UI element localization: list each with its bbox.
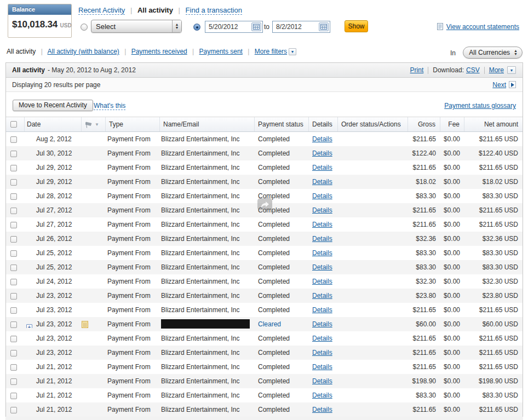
table-row: + Jul 21, 2012 Payment From Blizzard Ent… [6,402,523,417]
row-details-link[interactable]: Details [312,320,332,328]
row-checkbox[interactable] [10,407,17,413]
payment-status-glossary-link[interactable]: Payment status glossary [444,102,516,110]
row-details-link[interactable]: Details [312,263,332,271]
row-checkbox-cell [6,221,25,228]
row-fee: $0.00 [440,392,464,399]
row-gross: $211.65 [408,306,440,314]
filter-radio-daterange[interactable] [193,24,200,31]
next-page-icon[interactable] [509,81,516,88]
row-date-cell: + Jul 28, 2012 [25,192,82,200]
header-order-status: Order status/Actions [338,117,408,131]
filter-radio-preset[interactable] [81,24,88,31]
row-checkbox[interactable] [10,165,17,171]
row-net-amount: $211.65 USD [464,349,523,356]
currency-select[interactable]: All Currencies ▲▼ [463,47,523,59]
download-csv-link[interactable]: CSV [466,66,480,74]
row-checkbox[interactable] [10,136,17,143]
row-checkbox[interactable] [10,336,17,342]
row-details-link[interactable]: Details [312,292,332,300]
row-checkbox[interactable] [10,236,17,243]
header-date: Date [25,117,82,131]
row-details-link[interactable]: Details [312,249,332,257]
more-link[interactable]: More [489,66,504,74]
header-name-email: Name/Email [160,117,255,131]
row-checkbox[interactable] [10,307,17,314]
table-row: + Jul 24, 2012 Payment From Blizzard Ent… [6,274,523,289]
view-statements-link[interactable]: View account statements [446,23,519,31]
row-checkbox[interactable] [10,193,17,200]
row-checkbox[interactable] [10,279,17,285]
row-details-link[interactable]: Details [312,349,332,356]
divider [428,67,428,74]
row-details-link[interactable]: Details [312,363,332,371]
row-type: Payment From [106,406,160,413]
row-details-link[interactable]: Details [312,178,332,186]
row-checkbox-cell [6,164,25,171]
more-filters-caret-icon[interactable]: ▼ [289,48,296,55]
row-date: Jul 23, 2012 [36,335,72,342]
row-payment-status: Cleared [258,320,281,328]
tab-all-activity: All activity [137,6,173,14]
row-date-cell: + Jul 21, 2012 [25,406,82,413]
row-type: Payment From [106,278,160,285]
row-type: Payment From [106,335,160,342]
expand-icon[interactable]: + [26,324,32,328]
more-caret-icon[interactable]: ▼ [507,66,516,74]
row-gross: $18.02 [408,178,440,186]
row-status-cell: Completed [255,235,309,243]
row-checkbox[interactable] [10,151,17,157]
row-net-amount: $32.36 USD [464,235,523,243]
subnav-payments-received[interactable]: Payments received [131,48,187,55]
row-name-cell: Blizzard Entertainment, Inc [160,406,255,413]
row-checkbox[interactable] [10,208,17,214]
divider [484,67,485,74]
row-details-link[interactable]: Details [312,306,332,314]
calendar-icon[interactable] [251,22,261,31]
calendar-icon[interactable] [319,22,329,31]
row-checkbox[interactable] [10,321,17,328]
row-payment-status: Completed [258,249,290,257]
row-details-link[interactable]: Details [312,392,332,399]
subnav-payments-sent[interactable]: Payments sent [199,48,243,55]
row-checkbox[interactable] [10,264,17,271]
row-payment-status: Completed [258,363,290,371]
row-checkbox[interactable] [10,293,17,300]
row-details-link[interactable]: Details [312,164,332,171]
tab-recent-activity[interactable]: Recent Activity [78,6,125,15]
subnav-all-activity-with-balance[interactable]: All activity (with balance) [47,48,119,55]
row-details-link[interactable]: Details [312,377,332,385]
row-details-link[interactable]: Details [312,278,332,285]
row-checkbox[interactable] [10,364,17,371]
whats-this-link[interactable]: What's this [94,102,125,110]
print-link[interactable]: Print [410,66,424,74]
table-row: + Jul 23, 2012 Payment From Cleared Deta… [6,317,523,331]
row-details-link[interactable]: Details [312,406,332,413]
row-payment-status: Completed [258,335,290,342]
row-status-cell: Completed [255,335,309,342]
row-type: Payment From [106,149,160,157]
row-details-link[interactable]: Details [312,235,332,243]
select-all-checkbox[interactable] [10,121,17,128]
row-name: Blizzard Entertainment, Inc [161,249,239,257]
row-details-link[interactable]: Details [312,335,332,342]
preset-range-select[interactable]: Select ▲▼ [91,20,182,33]
row-checkbox[interactable] [10,250,17,257]
row-details-link[interactable]: Details [312,149,332,157]
show-button[interactable]: Show [345,20,368,32]
row-gross: $211.65 [408,135,440,143]
row-details-link[interactable]: Details [312,206,332,214]
row-checkbox[interactable] [10,179,17,186]
header-flag-cell[interactable]: ▼ [82,117,106,131]
row-details-link[interactable]: Details [312,135,332,143]
row-checkbox[interactable] [10,222,17,228]
subnav-more-filters[interactable]: More filters [255,48,287,55]
tab-find-transaction[interactable]: Find a transaction [186,6,242,15]
move-to-recent-activity-button[interactable]: Move to Recent Activity [13,100,93,111]
next-page-link[interactable]: Next [492,81,506,89]
table-row: + Jul 23, 2012 Payment From Blizzard Ent… [6,331,523,346]
row-details-link[interactable]: Details [312,221,332,228]
row-checkbox[interactable] [10,378,17,385]
row-details-link[interactable]: Details [312,192,332,200]
row-checkbox[interactable] [10,350,17,356]
row-checkbox[interactable] [10,393,17,399]
